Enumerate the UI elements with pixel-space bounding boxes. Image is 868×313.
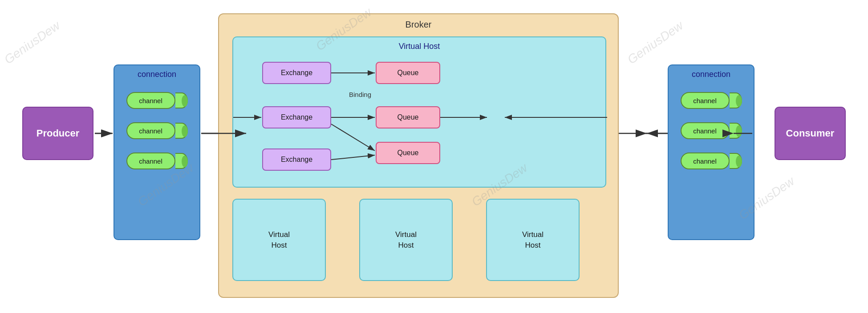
right-channel-3: channel <box>681 152 742 169</box>
right-channel-2: channel <box>681 122 742 139</box>
virtual-host-main-label: Virtual Host <box>399 42 440 51</box>
right-channel-3-pill: channel <box>681 152 730 169</box>
vhost-small-1: VirtualHost <box>232 199 326 281</box>
left-channel-1-cylinder <box>175 92 188 108</box>
queue-3: Queue <box>376 142 440 164</box>
left-channel-3-cylinder <box>175 153 188 169</box>
exchange-1: Exchange <box>262 62 331 84</box>
left-channel-2-cylinder <box>175 123 188 139</box>
left-channel-1: channel <box>126 92 188 109</box>
right-channel-2-cylinder <box>730 123 742 139</box>
exchange-3: Exchange <box>262 148 331 171</box>
queue-2: Queue <box>376 106 440 128</box>
consumer-label: Consumer <box>786 128 835 139</box>
svg-line-14 <box>331 155 375 160</box>
right-channel-2-pill: channel <box>681 122 730 139</box>
left-channel-3-pill: channel <box>126 152 175 169</box>
watermark-5: GeniusDew <box>625 18 686 67</box>
left-connection-label: connection <box>138 70 176 79</box>
left-channel-3: channel <box>126 152 188 169</box>
binding-label: Binding <box>349 91 371 98</box>
virtual-host-main: Virtual Host Exchange Exchange Exchange … <box>232 36 606 188</box>
diagram-container: GeniusDew GeniusDew GeniusDew GeniusDew … <box>0 0 868 313</box>
right-connection-box: connection channel channel channel <box>668 64 754 240</box>
watermark-1: GeniusDew <box>2 18 63 67</box>
left-channel-2: channel <box>126 122 188 139</box>
consumer-box: Consumer <box>775 107 846 160</box>
broker-box: Broker Virtual Host Exchange Exchange Ex… <box>218 13 619 298</box>
right-channel-3-cylinder <box>730 153 742 169</box>
right-channel-1-cylinder <box>730 92 742 108</box>
exchange-2: Exchange <box>262 106 331 128</box>
left-channel-1-pill: channel <box>126 92 175 109</box>
svg-line-13 <box>331 124 375 151</box>
producer-box: Producer <box>22 107 93 160</box>
right-channel-1: channel <box>681 92 742 109</box>
vhost-small-3: VirtualHost <box>486 199 580 281</box>
vhost-small-2: VirtualHost <box>359 199 453 281</box>
queue-1: Queue <box>376 62 440 84</box>
producer-label: Producer <box>37 128 80 139</box>
right-connection-label: connection <box>692 70 730 79</box>
broker-label: Broker <box>406 20 432 30</box>
left-channel-2-pill: channel <box>126 122 175 139</box>
left-connection-box: connection channel channel channel <box>114 64 200 240</box>
right-channel-1-pill: channel <box>681 92 730 109</box>
